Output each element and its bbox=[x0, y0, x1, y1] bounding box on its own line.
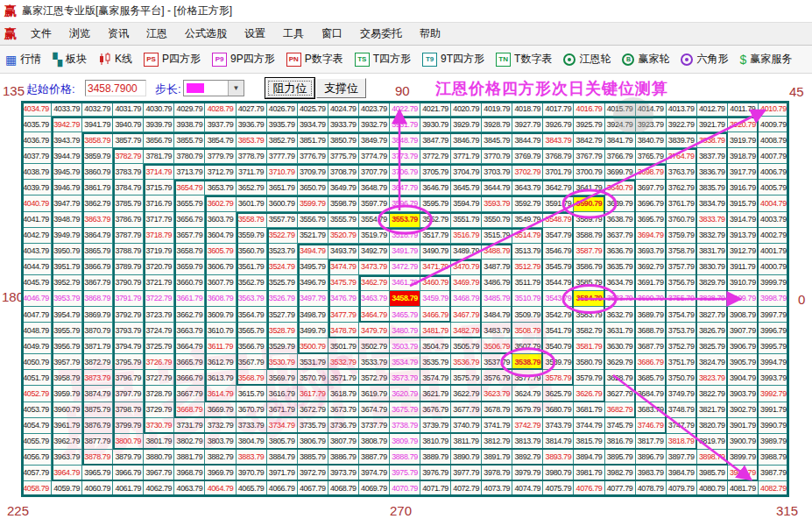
grid-cell: 4014.79 bbox=[636, 101, 667, 117]
grid-cell: 3737.79 bbox=[359, 418, 390, 434]
toolbar-item-gann-wheel[interactable]: 江恩轮 bbox=[563, 52, 611, 67]
toolbar-item-winner-wheel[interactable]: B赢家轮 bbox=[622, 52, 669, 67]
grid-cell: 3708.79 bbox=[328, 164, 359, 180]
grid-cell: 3694.79 bbox=[636, 228, 667, 244]
grid-cell: 3578.79 bbox=[543, 370, 574, 386]
menu-item-6[interactable]: 工具 bbox=[274, 24, 313, 44]
grid-cell: 3863.79 bbox=[82, 212, 113, 228]
grid-cell: 3477.79 bbox=[328, 307, 359, 323]
grid-cell: 3468.79 bbox=[451, 291, 482, 307]
grid-cell: 3681.79 bbox=[574, 402, 604, 418]
grid-cell: 3745.79 bbox=[605, 418, 636, 434]
grid-cell: 3760.79 bbox=[667, 212, 697, 228]
menu-item-4[interactable]: 公式选股 bbox=[176, 24, 236, 44]
menu-item-5[interactable]: 设置 bbox=[236, 24, 274, 44]
toolbar-item-market-grid[interactable]: ▦行情 bbox=[5, 52, 41, 67]
chevron-down-icon[interactable]: ▼ bbox=[228, 81, 244, 96]
grid-cell: 3580.79 bbox=[574, 354, 604, 370]
menu-item-9[interactable]: 帮助 bbox=[411, 24, 449, 44]
grid-cell: 3569.79 bbox=[267, 370, 298, 386]
grid-cell: 3897.79 bbox=[667, 450, 697, 466]
toolbar-item-time-square[interactable]: TST四方形 bbox=[355, 52, 411, 67]
menu-item-8[interactable]: 交易委托 bbox=[351, 24, 411, 44]
grid-cell: 4032.79 bbox=[82, 101, 113, 117]
grid-cell: 3877.79 bbox=[82, 434, 113, 450]
step-color-select[interactable]: ▼ bbox=[183, 80, 244, 96]
grid-cell: 3594.79 bbox=[451, 195, 482, 211]
toolbar-item-price-table[interactable]: PNP数字表 bbox=[286, 52, 343, 67]
support-button[interactable]: 支撑位 bbox=[316, 78, 366, 98]
grid-cell: 3550.79 bbox=[482, 212, 512, 228]
grid-cell: 3772.79 bbox=[420, 148, 451, 164]
toolbar-item-nine-time-square[interactable]: T99T四方形 bbox=[422, 52, 484, 67]
grid-cell: 3639.79 bbox=[605, 195, 636, 211]
grid-cell: 3907.79 bbox=[728, 323, 759, 338]
grid-cell: 3980.79 bbox=[543, 466, 574, 481]
grid-cell: 3513.79 bbox=[512, 244, 543, 259]
toolbar-item-nine-price-square[interactable]: P99P四方形 bbox=[212, 52, 275, 67]
grid-cell: 3958.79 bbox=[52, 370, 82, 386]
grid-cell: 3480.79 bbox=[390, 323, 420, 338]
grid-cell: 3832.79 bbox=[697, 228, 728, 244]
grid-cell: 3703.79 bbox=[482, 164, 512, 180]
grid-cell: 3557.79 bbox=[267, 212, 298, 228]
grid-cell: 3474.79 bbox=[328, 259, 359, 275]
toolbar-item-price-square[interactable]: PSP四方形 bbox=[144, 52, 201, 67]
grid-cell: 3603.79 bbox=[205, 212, 236, 228]
grid-cell: 3586.79 bbox=[574, 259, 604, 275]
grid-cell: 3644.79 bbox=[482, 180, 512, 195]
grid-cell: 3744.79 bbox=[574, 418, 604, 434]
grid-cell: 3793.79 bbox=[113, 323, 144, 338]
resistance-button[interactable]: 阻力位 bbox=[265, 78, 314, 98]
grid-cell: 3999.79 bbox=[759, 275, 789, 291]
grid-cell: 3870.79 bbox=[82, 323, 113, 338]
grid-cell: 3530.79 bbox=[267, 354, 298, 370]
grid-cell: 4020.79 bbox=[451, 101, 482, 117]
grid-cell: 3881.79 bbox=[174, 450, 205, 466]
grid-cell: 3695.79 bbox=[636, 212, 667, 228]
grid-cell: 3600.79 bbox=[267, 195, 298, 211]
grid-cell: 3633.79 bbox=[605, 291, 636, 307]
grid-cell: 3857.79 bbox=[113, 132, 144, 148]
grid-cell: 3972.79 bbox=[298, 466, 328, 481]
grid-cell: 3950.79 bbox=[52, 244, 82, 259]
grid-cell: 3961.79 bbox=[52, 418, 82, 434]
toolbar-item-label: 六角形 bbox=[696, 52, 728, 67]
grid-cell: 3597.79 bbox=[359, 195, 390, 211]
grid-cell: 3847.79 bbox=[420, 132, 451, 148]
grid-cell: 4001.79 bbox=[759, 244, 789, 259]
grid-cell: 3962.79 bbox=[52, 434, 82, 450]
hexagon-icon bbox=[681, 53, 693, 66]
grid-cell: 3787.79 bbox=[113, 228, 144, 244]
grid-cell: 3860.79 bbox=[82, 164, 113, 180]
toolbar-item-blocks[interactable]: ▚板块 bbox=[53, 52, 87, 67]
grid-cell: 3829.79 bbox=[697, 275, 728, 291]
toolbar-item-time-table[interactable]: TNT数字表 bbox=[496, 52, 552, 67]
grid-cell: 3918.79 bbox=[728, 148, 759, 164]
grid-cell: 3502.79 bbox=[359, 338, 390, 354]
toolbar-item-hexagon[interactable]: 六角形 bbox=[681, 52, 728, 67]
grid-cell: 3547.79 bbox=[543, 228, 574, 244]
grid-cell: 3765.79 bbox=[636, 148, 667, 164]
menu-item-2[interactable]: 资讯 bbox=[99, 24, 138, 44]
grid-cell: 3768.79 bbox=[543, 148, 574, 164]
menu-item-1[interactable]: 浏览 bbox=[60, 24, 99, 44]
grid-cell: 3819.79 bbox=[697, 434, 728, 450]
grid-cell: 3939.79 bbox=[144, 117, 174, 132]
grid-cell: 3776.79 bbox=[298, 148, 328, 164]
menu-item-7[interactable]: 窗口 bbox=[313, 24, 351, 44]
grid-cell: 3985.79 bbox=[697, 466, 728, 481]
grid-cell: 3563.79 bbox=[237, 291, 267, 307]
grid-cell: 3825.79 bbox=[697, 338, 728, 354]
grid-cell: 3755.79 bbox=[667, 291, 697, 307]
grid-cell: 3974.79 bbox=[359, 466, 390, 481]
start-price-input[interactable] bbox=[85, 80, 146, 96]
toolbar-item-service-dollar[interactable]: $赢家服务 bbox=[739, 52, 792, 67]
toolbar-item-kline[interactable]: K线 bbox=[98, 52, 132, 67]
menu-item-0[interactable]: 文件 bbox=[22, 24, 60, 44]
grid-cell: 3936.79 bbox=[237, 117, 267, 132]
menu-item-3[interactable]: 江恩 bbox=[138, 24, 176, 44]
grid-cell: 3775.79 bbox=[328, 148, 359, 164]
grid-cell: 4074.79 bbox=[512, 481, 543, 497]
grid-cell: 3934.79 bbox=[298, 117, 328, 132]
